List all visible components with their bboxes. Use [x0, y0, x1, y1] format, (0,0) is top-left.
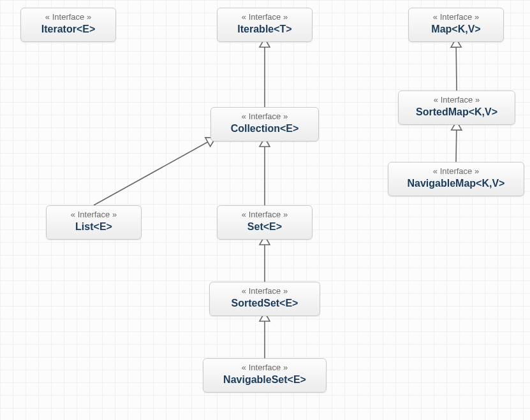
stereotype-label: « Interface »: [419, 12, 493, 23]
generalization-line: [456, 47, 457, 91]
stereotype-label: « Interface »: [57, 210, 131, 221]
interface-set[interactable]: « Interface »Set<E>: [217, 205, 313, 240]
interface-navigableset[interactable]: « Interface »NavigableSet<E>: [203, 358, 327, 393]
stereotype-label: « Interface »: [214, 363, 316, 373]
interface-name: List<E>: [57, 221, 131, 234]
stereotype-label: « Interface »: [228, 12, 302, 23]
stereotype-label: « Interface »: [228, 210, 302, 221]
stereotype-label: « Interface »: [31, 12, 105, 23]
interface-sortedmap[interactable]: « Interface »SortedMap<K,V>: [398, 91, 515, 125]
interface-name: SortedSet<E>: [220, 297, 309, 310]
interface-name: Collection<E>: [221, 122, 308, 136]
interface-map[interactable]: « Interface »Map<K,V>: [408, 8, 504, 42]
stereotype-label: « Interface »: [221, 112, 308, 122]
stereotype-label: « Interface »: [409, 95, 504, 106]
interface-name: NavigableMap<K,V>: [399, 177, 513, 191]
interface-collection[interactable]: « Interface »Collection<E>: [210, 107, 319, 141]
interface-iterable[interactable]: « Interface »Iterable<T>: [217, 8, 313, 42]
interface-navigablemap[interactable]: « Interface »NavigableMap<K,V>: [388, 162, 524, 196]
stereotype-label: « Interface »: [220, 286, 309, 297]
interface-iterator[interactable]: « Interface »Iterator<E>: [20, 8, 116, 42]
generalization-line: [456, 130, 457, 162]
interface-list[interactable]: « Interface »List<E>: [46, 205, 142, 240]
interface-name: NavigableSet<E>: [214, 373, 316, 387]
interface-sortedset[interactable]: « Interface »SortedSet<E>: [209, 282, 320, 316]
interface-name: Iterator<E>: [31, 23, 105, 36]
interface-name: Iterable<T>: [228, 23, 302, 36]
interface-name: Map<K,V>: [419, 23, 493, 36]
generalization-line: [94, 142, 208, 205]
interface-name: SortedMap<K,V>: [409, 106, 504, 119]
interface-name: Set<E>: [228, 221, 302, 234]
stereotype-label: « Interface »: [399, 166, 513, 177]
